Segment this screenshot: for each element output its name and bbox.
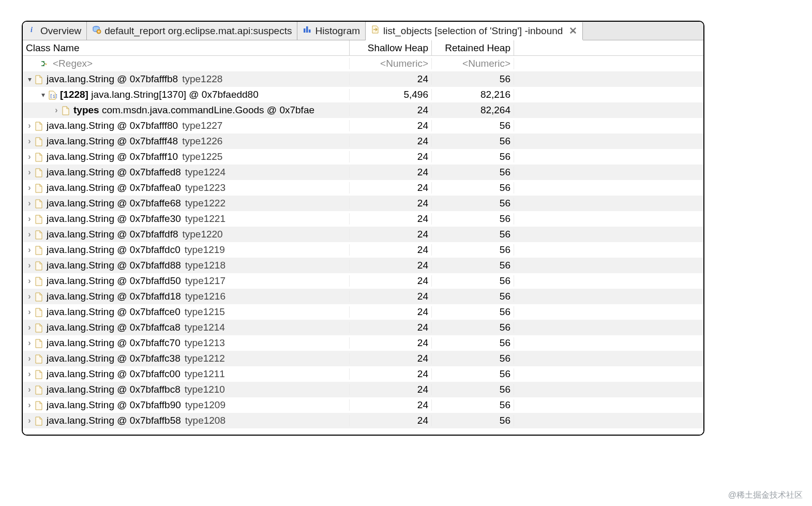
table-row[interactable]: types com.msdn.java.commandLine.Goods @ … (23, 102, 703, 118)
object-icon (34, 136, 47, 147)
svg-rect-4 (304, 28, 306, 33)
value-suffix: type1217 (185, 275, 225, 287)
expand-toggle[interactable] (26, 184, 33, 192)
tab-icon (371, 25, 380, 37)
table-row[interactable]: java.lang.String @ 0x7bfafffb8type122824… (23, 71, 703, 87)
retained-heap-value: 56 (432, 275, 514, 287)
table-row[interactable]: java.lang.String @ 0x7bfaffd50type121724… (23, 273, 703, 289)
expand-toggle[interactable] (26, 308, 33, 316)
expand-toggle[interactable] (26, 277, 33, 285)
table-row[interactable]: java.lang.String @ 0x7bfaffca8type121424… (23, 320, 703, 335)
table-row[interactable]: java.lang.String @ 0x7bfafff10type122524… (23, 149, 703, 165)
class-name: java.lang.String @ 0x7bfaffdc0 (47, 244, 181, 256)
class-name: java.lang.String @ 0x7bfaffca8 (47, 322, 181, 333)
object-icon (34, 244, 47, 256)
class-name: java.lang.String @ 0x7bfafff80 (47, 120, 178, 131)
shallow-heap-value: 24 (350, 167, 432, 178)
close-icon[interactable]: ✕ (569, 25, 577, 37)
table-row[interactable]: java.lang.String @ 0x7bfaffea0type122324… (23, 180, 703, 196)
class-name: [1228] java.lang.String[1370] @ 0x7bfaed… (60, 89, 259, 100)
tab-icon (92, 25, 101, 37)
table-row[interactable]: java.lang.String @ 0x7bfafff48type122624… (23, 133, 703, 149)
class-name: java.lang.String @ 0x7bfaffc00 (47, 368, 181, 380)
expand-toggle[interactable] (26, 261, 33, 270)
expand-toggle[interactable] (26, 385, 33, 394)
table-row[interactable]: java.lang.String @ 0x7bfaffc00type121124… (23, 366, 703, 382)
shallow-filter[interactable]: <Numeric> (380, 58, 428, 69)
header-shallow-heap[interactable]: Shallow Heap (350, 40, 432, 55)
shallow-heap-value: 24 (350, 229, 432, 240)
value-suffix: type1219 (185, 244, 225, 256)
table-row[interactable]: java.lang.String @ 0x7bfaffdc0type121924… (23, 242, 703, 258)
class-name: java.lang.String @ 0x7bfaffed8 (47, 167, 181, 178)
table-row[interactable]: java.lang.String @ 0x7bfaffe68type122224… (23, 196, 703, 211)
expand-toggle[interactable] (26, 416, 33, 425)
table-row[interactable]: java.lang.String @ 0x7bfaffd18type121624… (23, 289, 703, 304)
table-row[interactable]: java.lang.String @ 0x7bfaffed8type122424… (23, 165, 703, 180)
class-name: java.lang.String @ 0x7bfaffbc8 (47, 384, 181, 395)
table-row[interactable]: java.lang.String @ 0x7bfaffbc8type121024… (23, 382, 703, 397)
table-row[interactable]: [i][1228] java.lang.String[1370] @ 0x7bf… (23, 87, 703, 102)
object-icon (34, 182, 47, 194)
object-icon (34, 213, 47, 225)
expand-toggle[interactable] (26, 122, 33, 130)
expand-toggle[interactable] (26, 370, 33, 378)
shallow-heap-value: 24 (350, 384, 432, 395)
expand-toggle[interactable] (26, 199, 33, 207)
value-suffix: type1225 (182, 151, 222, 162)
object-icon (34, 151, 47, 162)
expand-toggle[interactable] (26, 401, 33, 409)
header-retained-heap[interactable]: Retained Heap (432, 40, 514, 55)
retained-heap-value: 56 (432, 198, 514, 209)
shallow-heap-value: 24 (350, 213, 432, 225)
retained-heap-value: 56 (432, 399, 514, 411)
tab-2[interactable]: Histogram (297, 22, 366, 40)
retained-heap-value: 56 (432, 306, 514, 318)
value-suffix: type1220 (183, 229, 223, 240)
class-name: java.lang.String @ 0x7bfaffd18 (47, 291, 181, 302)
expand-toggle[interactable] (26, 76, 33, 83)
expand-toggle[interactable] (39, 91, 47, 98)
table-row[interactable]: java.lang.String @ 0x7bfaffe30type122124… (23, 211, 703, 227)
tab-3[interactable]: list_objects [selection of 'String'] -in… (366, 22, 583, 40)
regex-input[interactable]: <Regex> (53, 58, 93, 69)
retained-filter[interactable]: <Numeric> (462, 58, 510, 69)
table-row[interactable]: java.lang.String @ 0x7bfaffc70type121324… (23, 335, 703, 351)
table-row[interactable]: java.lang.String @ 0x7bfaffb58type120824… (23, 413, 703, 428)
tab-icon (303, 25, 312, 37)
table-row[interactable]: java.lang.String @ 0x7bfaffb90type120924… (23, 397, 703, 413)
retained-heap-value: 56 (432, 167, 514, 178)
table-row[interactable]: java.lang.String @ 0x7bfaffce0type121524… (23, 304, 703, 320)
table-row[interactable]: java.lang.String @ 0x7bfaffd88type121824… (23, 258, 703, 273)
expand-toggle[interactable] (26, 354, 33, 363)
svg-text:i: i (31, 26, 33, 34)
class-name: java.lang.String @ 0x7bfaffc38 (47, 353, 181, 364)
expand-toggle[interactable] (26, 339, 33, 347)
retained-heap-value: 56 (432, 291, 514, 302)
class-name: java.lang.String @ 0x7bfaffdf8 (47, 229, 178, 240)
expand-toggle[interactable] (26, 168, 33, 176)
expand-toggle[interactable] (26, 323, 33, 332)
class-name: java.lang.String @ 0x7bfafff10 (47, 151, 178, 162)
table-row[interactable]: java.lang.String @ 0x7bfafff80type122724… (23, 118, 703, 133)
expand-toggle[interactable] (26, 215, 33, 223)
value-suffix: type1214 (185, 322, 225, 333)
object-icon (34, 322, 47, 333)
svg-rect-5 (306, 26, 308, 33)
app-frame: iOverviewdefault_report org.eclipse.mat.… (22, 21, 704, 436)
table-row[interactable]: java.lang.String @ 0x7bfaffdf8type122024… (23, 227, 703, 242)
watermark: @稀土掘金技术社区 (728, 490, 803, 501)
expand-toggle[interactable] (26, 153, 33, 161)
tab-1[interactable]: default_report org.eclipse.mat.api:suspe… (87, 22, 297, 40)
tab-0[interactable]: iOverview (23, 22, 87, 40)
expand-toggle[interactable] (26, 137, 33, 145)
table-row[interactable]: java.lang.String @ 0x7bfaffc38type121224… (23, 351, 703, 366)
header-class-name[interactable]: Class Name (23, 40, 350, 55)
filter-icon (40, 58, 53, 69)
expand-toggle[interactable] (26, 230, 33, 239)
expand-toggle[interactable] (26, 246, 33, 254)
expand-toggle[interactable] (53, 106, 60, 114)
expand-toggle[interactable] (26, 292, 33, 301)
value-suffix: type1215 (185, 306, 225, 318)
object-icon (34, 73, 47, 85)
